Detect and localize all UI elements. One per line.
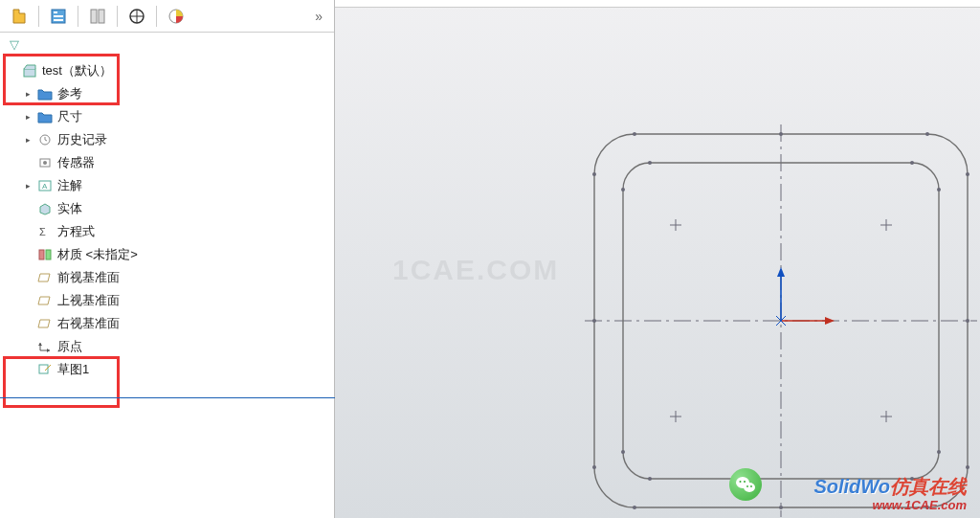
origin-icon: [36, 340, 54, 353]
sketch-icon: [36, 363, 54, 376]
svg-point-63: [750, 485, 752, 487]
svg-text:Σ: Σ: [39, 226, 46, 237]
tree-item-label: 方程式: [57, 223, 95, 240]
filter-icon: ▽: [10, 37, 19, 52]
toolbar-separator: [156, 6, 157, 27]
tree-item-label: 右视基准面: [57, 315, 120, 332]
svg-point-35: [966, 319, 969, 323]
caret-icon: ▸: [23, 181, 33, 191]
folder-icon: [36, 110, 54, 124]
svg-point-28: [633, 132, 636, 136]
svg-point-36: [621, 188, 625, 191]
app-root: » ▽ test（默认） ▸ 参考 ▸ 尺寸: [0, 0, 980, 518]
annotation-icon: A: [36, 179, 54, 192]
svg-text:A: A: [42, 182, 48, 191]
tree-item-references[interactable]: ▸ 参考: [0, 82, 334, 105]
svg-marker-55: [825, 317, 835, 325]
svg-point-29: [925, 132, 929, 136]
svg-point-40: [648, 161, 652, 165]
equation-icon: Σ: [36, 225, 54, 238]
tree-item-label: 上视基准面: [57, 292, 120, 309]
tree-item-label: 材质 <未指定>: [57, 246, 138, 263]
feature-tree: test（默认） ▸ 参考 ▸ 尺寸 ▸ 历史记录 传感器: [0, 56, 334, 518]
svg-point-62: [746, 485, 748, 487]
property-manager-icon: [50, 8, 67, 25]
svg-point-30: [633, 506, 636, 509]
svg-point-27: [966, 465, 969, 469]
toolbar-separator: [78, 6, 78, 27]
plane-icon: [36, 317, 54, 330]
tree-item-sensors[interactable]: 传感器: [0, 151, 334, 174]
caret-icon: ▸: [23, 89, 33, 99]
svg-point-60: [740, 481, 742, 483]
wechat-icon: [729, 468, 762, 501]
tab-property-manager[interactable]: [43, 4, 74, 29]
tree-item-dimensions[interactable]: ▸ 尺寸: [0, 105, 334, 128]
svg-point-26: [966, 172, 969, 176]
svg-rect-10: [24, 69, 35, 77]
material-icon: [36, 248, 54, 261]
svg-point-38: [937, 188, 941, 191]
tree-item-sketch1[interactable]: 草图1: [0, 358, 334, 381]
tree-item-front-plane[interactable]: 前视基准面: [0, 266, 334, 289]
toolbar-separator: [38, 6, 39, 27]
watermark-brand-en: SolidWo: [813, 476, 890, 497]
configuration-icon: [89, 8, 106, 25]
tree-root-label: test（默认）: [42, 62, 112, 79]
tree-toolbar: »: [0, 0, 334, 33]
graphics-viewport[interactable]: 1CAE.COM SolidWo仿真在线 www.1CAE.com: [335, 0, 980, 518]
watermark-url: www.1CAE.com: [813, 498, 967, 512]
tree-item-material[interactable]: 材质 <未指定>: [0, 243, 334, 266]
filter-row[interactable]: ▽: [0, 33, 334, 56]
history-icon: [36, 133, 54, 146]
tab-display-manager[interactable]: [161, 4, 191, 29]
tree-root[interactable]: test（默认）: [0, 59, 334, 82]
tab-dimxpert[interactable]: [122, 4, 152, 29]
svg-point-42: [648, 477, 652, 481]
svg-rect-18: [46, 250, 51, 259]
svg-point-39: [937, 450, 941, 454]
tree-item-history[interactable]: ▸ 历史记录: [0, 128, 334, 151]
svg-rect-5: [99, 10, 104, 23]
tree-item-label: 历史记录: [57, 131, 107, 148]
svg-point-25: [592, 465, 596, 469]
caret-icon: ▸: [23, 135, 33, 145]
tree-item-label: 实体: [57, 200, 82, 217]
feature-manager-icon: [11, 8, 28, 25]
toolbar-separator: [117, 6, 118, 27]
plane-icon: [36, 294, 54, 307]
svg-point-24: [592, 172, 596, 176]
solid-icon: [36, 202, 54, 215]
svg-rect-4: [91, 10, 97, 23]
tree-item-label: 尺寸: [57, 108, 82, 125]
svg-point-13: [43, 161, 47, 165]
watermark-center: 1CAE.COM: [392, 254, 559, 286]
tab-feature-manager[interactable]: [4, 4, 34, 29]
svg-marker-53: [777, 267, 785, 277]
selection-underline: [0, 397, 341, 398]
expand-button[interactable]: »: [315, 9, 330, 24]
svg-point-33: [779, 506, 783, 509]
tree-item-origin[interactable]: 原点: [0, 335, 334, 358]
tree-item-label: 草图1: [57, 361, 89, 378]
tree-item-label: 原点: [57, 338, 82, 355]
tree-item-annotations[interactable]: ▸ A 注解: [0, 174, 334, 197]
feature-tree-panel: » ▽ test（默认） ▸ 参考 ▸ 尺寸: [0, 0, 335, 518]
caret-icon: ▸: [23, 112, 33, 122]
svg-point-34: [592, 319, 596, 323]
tree-item-label: 前视基准面: [57, 269, 120, 286]
watermark-bottom-right: SolidWo仿真在线 www.1CAE.com: [813, 474, 967, 512]
dimxpert-icon: [128, 8, 145, 25]
part-icon: [21, 63, 38, 79]
svg-point-32: [779, 132, 783, 136]
tree-item-right-plane[interactable]: 右视基准面: [0, 312, 334, 335]
tree-item-solid-bodies[interactable]: 实体: [0, 197, 334, 220]
tab-configuration-manager[interactable]: [82, 4, 113, 29]
svg-point-61: [744, 481, 746, 483]
tree-item-top-plane[interactable]: 上视基准面: [0, 289, 334, 312]
svg-point-59: [744, 483, 755, 492]
tree-item-equations[interactable]: Σ 方程式: [0, 220, 334, 243]
svg-point-41: [910, 161, 914, 165]
svg-rect-17: [39, 250, 44, 259]
tree-item-label: 传感器: [57, 154, 95, 171]
